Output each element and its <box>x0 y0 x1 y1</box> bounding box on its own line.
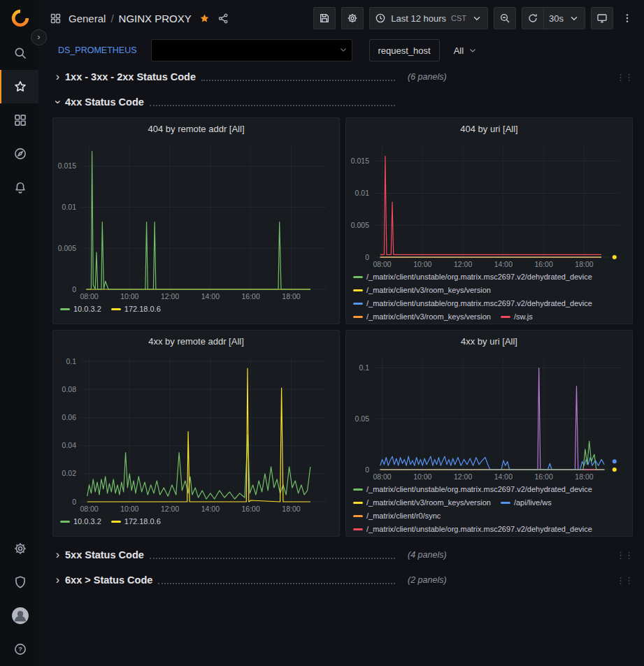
request-host-value: All <box>454 45 464 56</box>
refresh-interval-value: 30s <box>549 13 564 24</box>
legend-swatch <box>353 528 363 530</box>
legend-swatch <box>353 316 363 318</box>
panel-title[interactable]: 404 by remote addr [All] <box>53 118 339 139</box>
svg-text:08:00: 08:00 <box>373 472 391 481</box>
legend-label: /_matrix/client/unstable/org.matrix.msc2… <box>366 483 592 496</box>
row-dotted-leader <box>150 99 395 106</box>
zoom-out-button[interactable] <box>494 7 516 29</box>
svg-text:16:00: 16:00 <box>535 260 553 268</box>
sidebar-expand-button[interactable]: › <box>31 29 47 45</box>
refresh-interval-dropdown[interactable]: 30s <box>543 7 585 29</box>
panel-title[interactable]: 404 by uri [All] <box>346 118 632 139</box>
breadcrumb-dashboard-title[interactable]: NGINX PROXY <box>119 13 192 24</box>
svg-text:0: 0 <box>365 465 369 474</box>
save-dashboard-button[interactable] <box>313 7 336 29</box>
time-range-picker[interactable]: Last 12 hours CST <box>369 7 488 29</box>
monitor-icon <box>596 13 608 24</box>
legend-item[interactable]: /_matrix/client/v3/room_keys/version <box>353 284 491 297</box>
legend-item[interactable]: 172.18.0.6 <box>111 515 161 528</box>
sidebar-item-profile[interactable] <box>0 599 38 632</box>
sidebar-item-starred[interactable] <box>0 70 38 103</box>
row-title: 6xx > Status Code <box>65 574 152 586</box>
datasource-value-dropdown[interactable] <box>151 39 352 61</box>
datasource-variable-label[interactable]: DS_PROMETHEUS <box>52 39 143 61</box>
legend-item[interactable]: /sw.js <box>501 310 533 324</box>
dashboards-grid-icon <box>13 113 27 127</box>
sidebar-item-explore[interactable] <box>0 137 38 171</box>
legend-swatch <box>353 303 363 305</box>
legend-item[interactable]: /_matrix/client/unstable/org.matrix.msc2… <box>353 523 592 536</box>
svg-text:18:00: 18:00 <box>575 260 593 268</box>
zoom-out-icon <box>499 13 510 24</box>
row-dotted-leader <box>150 551 395 559</box>
sidebar-item-configuration[interactable] <box>0 532 38 565</box>
row-header-1xx-3xx-2xx[interactable]: › 1xx - 3xx - 2xx Status Code (6 panels)… <box>52 64 633 89</box>
grafana-logo-icon <box>10 8 31 29</box>
row-panel-count: (2 panels) <box>408 575 447 585</box>
gear-icon <box>347 13 358 24</box>
legend-item[interactable]: 172.18.0.6 <box>111 303 161 316</box>
svg-text:08:00: 08:00 <box>373 260 391 268</box>
svg-text:12:00: 12:00 <box>454 260 472 268</box>
row-header-5xx[interactable]: › 5xx Status Code (4 panels) ⋮⋮ <box>52 542 633 567</box>
legend-item[interactable]: /_matrix/client/v3/room_keys/version <box>353 310 491 324</box>
panel-legend: 10.0.3.2172.18.0.6 <box>53 301 339 319</box>
timeseries-chart[interactable]: 00.0050.010.01508:0010:0012:0014:0016:00… <box>349 139 629 269</box>
cycle-view-mode-button[interactable] <box>591 7 613 29</box>
timeseries-chart[interactable]: 00.020.040.060.080.108:0010:0012:0014:00… <box>56 352 336 514</box>
row-dotted-leader <box>201 73 395 81</box>
time-range-label: Last 12 hours <box>391 13 446 24</box>
svg-text:0.04: 0.04 <box>62 441 77 449</box>
row-title: 1xx - 3xx - 2xx Status Code <box>65 71 196 82</box>
legend-item[interactable]: /_matrix/client/r0/sync <box>353 509 441 523</box>
panel-legend: 10.0.3.2172.18.0.6 <box>53 514 339 531</box>
row-drag-handle[interactable]: ⋮⋮ <box>616 575 633 586</box>
svg-text:0.05: 0.05 <box>355 414 370 423</box>
legend-item[interactable]: /_matrix/client/unstable/org.matrix.msc2… <box>353 483 592 496</box>
legend-item[interactable]: /_matrix/client/unstable/org.matrix.msc2… <box>353 270 592 284</box>
panel-title[interactable]: 4xx by uri [All] <box>346 331 632 352</box>
svg-text:16:00: 16:00 <box>535 472 553 481</box>
sidebar-item-alerting[interactable] <box>0 171 38 204</box>
breadcrumb-folder[interactable]: General <box>69 13 106 24</box>
row-header-4xx[interactable]: › 4xx Status Code <box>52 89 633 115</box>
more-options-button[interactable] <box>619 7 636 29</box>
panel-title[interactable]: 4xx by remote addr [All] <box>53 331 339 352</box>
legend-item[interactable]: /_matrix/client/unstable/org.matrix.msc2… <box>353 297 592 310</box>
legend-item[interactable]: /api/live/ws <box>501 496 552 509</box>
sidebar-item-server-admin[interactable] <box>0 565 38 599</box>
chevron-down-icon <box>468 45 478 55</box>
row-drag-handle[interactable]: ⋮⋮ <box>616 72 633 82</box>
row-drag-handle[interactable]: ⋮⋮ <box>616 550 633 560</box>
timeseries-chart[interactable]: 00.0050.010.01508:0010:0012:0014:0016:00… <box>56 139 336 301</box>
chevron-right-icon: › <box>52 71 63 82</box>
compass-icon <box>13 147 27 161</box>
legend-item[interactable]: /_matrix/client/v3/room_keys/version <box>353 496 491 509</box>
dashboard-settings-button[interactable] <box>341 7 364 29</box>
legend-item[interactable]: 10.0.3.2 <box>60 515 101 528</box>
request-host-dropdown[interactable]: All <box>448 39 483 61</box>
sidebar-item-dashboards[interactable] <box>0 103 38 137</box>
svg-text:0.01: 0.01 <box>355 189 370 197</box>
dashboard-navbar: General / NGINX PROXY Last 12 hours <box>38 0 644 36</box>
row-panel-count: (4 panels) <box>408 550 447 560</box>
svg-text:10:00: 10:00 <box>120 505 138 513</box>
legend-swatch <box>353 515 363 517</box>
favorite-star-icon[interactable] <box>199 13 210 24</box>
refresh-button[interactable] <box>522 7 544 29</box>
avatar <box>11 607 29 625</box>
svg-text:12:00: 12:00 <box>454 472 472 481</box>
svg-text:0.1: 0.1 <box>66 357 76 365</box>
timeseries-chart[interactable]: 00.050.108:0010:0012:0014:0016:0018:00 <box>349 352 629 482</box>
legend-label: /_matrix/client/unstable/org.matrix.msc2… <box>366 297 592 310</box>
legend-label: /_matrix/client/v3/room_keys/version <box>366 496 491 509</box>
legend-label: 10.0.3.2 <box>73 515 101 528</box>
sidebar-item-help[interactable]: ? <box>0 632 38 666</box>
legend-swatch <box>60 521 70 523</box>
row-header-6xx[interactable]: › 6xx > Status Code (2 panels) ⋮⋮ <box>52 567 633 593</box>
legend-swatch <box>111 521 121 523</box>
legend-swatch <box>60 308 70 310</box>
legend-item[interactable]: 10.0.3.2 <box>60 303 101 316</box>
share-icon[interactable] <box>217 13 229 24</box>
svg-text:12:00: 12:00 <box>161 292 179 301</box>
